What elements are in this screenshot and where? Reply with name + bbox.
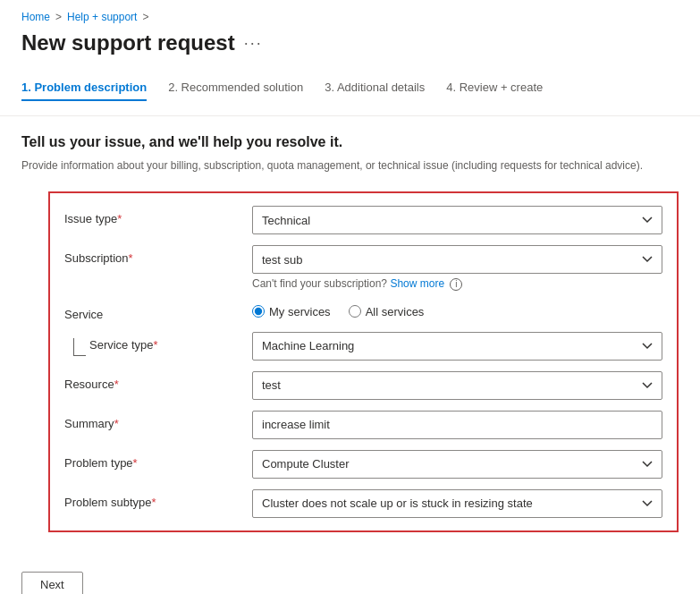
service-type-label: Service type* [89, 338, 158, 352]
service-radio-group: My services All services [252, 301, 662, 318]
resource-field: test [252, 371, 662, 400]
sep2: > [142, 11, 148, 23]
problem-type-field: Compute Cluster [252, 450, 662, 479]
service-type-select[interactable]: Machine Learning [252, 332, 662, 361]
cant-find-text: Can't find your subscription? Show more … [252, 277, 662, 291]
all-services-radio[interactable] [349, 305, 361, 318]
info-icon[interactable]: i [450, 278, 462, 291]
breadcrumb: Home > Help + support > [0, 0, 700, 30]
page-title-dots[interactable]: ··· [244, 34, 263, 53]
form-heading: Tell us your issue, and we'll help you r… [21, 134, 679, 150]
subscription-row: Subscription* test sub Can't find your s… [64, 245, 662, 291]
page-title-row: New support request ··· [0, 30, 700, 73]
step-4[interactable]: 4. Review + create [446, 73, 543, 101]
my-services-label: My services [269, 305, 331, 318]
step-3[interactable]: 3. Additional details [325, 73, 425, 101]
steps-bar: 1. Problem description 2. Recommended so… [0, 73, 700, 116]
branch-line [73, 338, 86, 356]
problem-subtype-field: Cluster does not scale up or is stuck in… [252, 489, 662, 518]
form-description: Provide information about your billing, … [21, 157, 679, 174]
problem-subtype-row: Problem subtype* Cluster does not scale … [64, 489, 662, 518]
sep1: > [55, 11, 62, 23]
problem-type-label: Problem type* [64, 450, 252, 470]
service-type-label-col: Service type* [64, 332, 252, 356]
service-type-field: Machine Learning [252, 332, 662, 361]
subscription-field: test sub Can't find your subscription? S… [252, 245, 662, 291]
my-services-radio[interactable] [252, 305, 265, 318]
issue-type-row: Issue type* Technical [64, 206, 662, 234]
help-support-link[interactable]: Help + support [67, 11, 137, 23]
my-services-radio-label[interactable]: My services [252, 305, 331, 318]
show-more-link[interactable]: Show more [390, 277, 444, 290]
issue-type-field: Technical [252, 206, 662, 234]
subscription-label: Subscription* [64, 245, 252, 265]
next-button[interactable]: Next [21, 572, 83, 594]
summary-label: Summary* [64, 411, 252, 430]
form-rows: Issue type* Technical Subscription* [64, 206, 662, 518]
problem-type-row: Problem type* Compute Cluster [64, 450, 662, 479]
resource-row: Resource* test [64, 371, 662, 400]
issue-type-label: Issue type* [64, 206, 252, 225]
subscription-select[interactable]: test sub [252, 245, 662, 274]
content-area: Tell us your issue, and we'll help you r… [0, 116, 700, 550]
problem-subtype-select[interactable]: Cluster does not scale up or is stuck in… [252, 489, 662, 518]
resource-label: Resource* [64, 371, 252, 391]
service-type-row: Service type* Machine Learning [64, 332, 662, 361]
problem-subtype-label: Problem subtype* [64, 489, 252, 509]
page-title: New support request [21, 30, 235, 55]
resource-select[interactable]: test [252, 371, 662, 400]
summary-field [252, 411, 662, 439]
form-container: Issue type* Technical Subscription* [48, 191, 679, 532]
service-row: Service My services All services [64, 301, 662, 321]
problem-type-select[interactable]: Compute Cluster [252, 450, 662, 479]
all-services-radio-label[interactable]: All services [349, 305, 425, 318]
summary-input[interactable] [252, 411, 662, 439]
home-link[interactable]: Home [21, 11, 50, 23]
next-btn-row: Next [0, 550, 700, 594]
all-services-label: All services [366, 305, 425, 318]
step-1[interactable]: 1. Problem description [21, 73, 147, 101]
issue-type-select[interactable]: Technical [252, 206, 662, 234]
summary-row: Summary* [64, 411, 662, 439]
step-2[interactable]: 2. Recommended solution [168, 73, 303, 101]
service-label: Service [64, 301, 252, 321]
